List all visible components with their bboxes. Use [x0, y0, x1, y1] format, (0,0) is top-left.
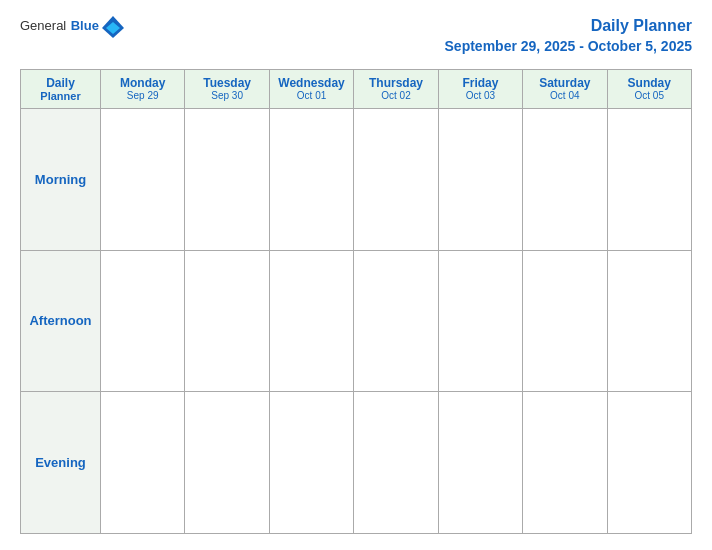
page-header: General Blue Daily Planner September 29,… — [20, 16, 692, 55]
cell-morning-sun[interactable] — [607, 108, 691, 250]
cell-afternoon-sat[interactable] — [523, 250, 607, 392]
cell-morning-fri[interactable] — [438, 108, 522, 250]
cell-morning-sat[interactable] — [523, 108, 607, 250]
cell-evening-sat[interactable] — [523, 392, 607, 534]
header-label: Daily Planner — [21, 69, 101, 108]
title-area: Daily Planner September 29, 2025 - Octob… — [445, 16, 692, 55]
calendar-table: Daily Planner Monday Sep 29 Tuesday Sep … — [20, 69, 692, 534]
logo-icon — [102, 14, 124, 40]
logo-text-block: General Blue — [20, 16, 99, 34]
cell-afternoon-sun[interactable] — [607, 250, 691, 392]
header-tuesday: Tuesday Sep 30 — [185, 69, 269, 108]
header-thursday: Thursday Oct 02 — [354, 69, 438, 108]
cell-morning-mon[interactable] — [101, 108, 185, 250]
row-label-afternoon: Afternoon — [21, 250, 101, 392]
logo-area: General Blue — [20, 16, 124, 40]
cell-evening-fri[interactable] — [438, 392, 522, 534]
logo-blue: Blue — [71, 18, 99, 33]
logo-general: General — [20, 18, 66, 33]
planner-subtitle: September 29, 2025 - October 5, 2025 — [445, 37, 692, 55]
cell-afternoon-wed[interactable] — [269, 250, 353, 392]
header-sunday: Sunday Oct 05 — [607, 69, 691, 108]
header-saturday: Saturday Oct 04 — [523, 69, 607, 108]
row-morning: Morning — [21, 108, 692, 250]
cell-morning-wed[interactable] — [269, 108, 353, 250]
cell-afternoon-thu[interactable] — [354, 250, 438, 392]
cell-evening-sun[interactable] — [607, 392, 691, 534]
header-monday: Monday Sep 29 — [101, 69, 185, 108]
row-evening: Evening — [21, 392, 692, 534]
header-row: Daily Planner Monday Sep 29 Tuesday Sep … — [21, 69, 692, 108]
cell-afternoon-mon[interactable] — [101, 250, 185, 392]
header-wednesday: Wednesday Oct 01 — [269, 69, 353, 108]
cell-afternoon-fri[interactable] — [438, 250, 522, 392]
row-afternoon: Afternoon — [21, 250, 692, 392]
cell-evening-tue[interactable] — [185, 392, 269, 534]
cell-evening-mon[interactable] — [101, 392, 185, 534]
header-friday: Friday Oct 03 — [438, 69, 522, 108]
cell-morning-tue[interactable] — [185, 108, 269, 250]
cell-evening-thu[interactable] — [354, 392, 438, 534]
row-label-evening: Evening — [21, 392, 101, 534]
cell-morning-thu[interactable] — [354, 108, 438, 250]
planner-title: Daily Planner — [445, 16, 692, 37]
cell-evening-wed[interactable] — [269, 392, 353, 534]
row-label-morning: Morning — [21, 108, 101, 250]
cell-afternoon-tue[interactable] — [185, 250, 269, 392]
